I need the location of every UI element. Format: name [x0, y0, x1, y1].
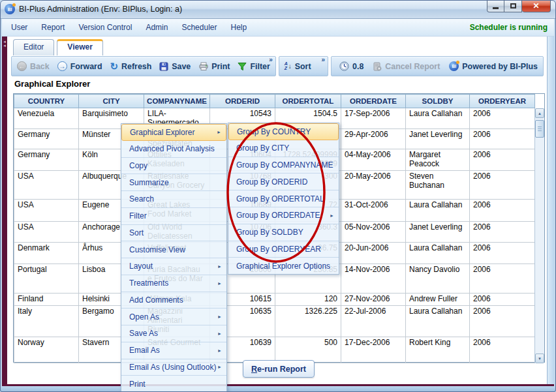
menu-item-group-by-soldby[interactable]: Group By SOLDBY [228, 224, 339, 241]
menubar-item-help[interactable]: Help [230, 23, 247, 32]
rerun-report-button[interactable]: Re-run Report [243, 360, 315, 378]
minimize-button[interactable] [487, 0, 504, 12]
menu-item-email-as[interactable]: Email As► [121, 342, 226, 359]
filter-button[interactable]: Filter [238, 62, 270, 71]
menu-item-label: Treatments [129, 279, 168, 288]
panel-splitter[interactable]: ◂◂ [2, 37, 7, 386]
sort-button[interactable]: AZ↓Sort [285, 62, 311, 71]
menu-item-group-by-country[interactable]: Group By COUNTRY [228, 123, 339, 140]
menu-item-open-as[interactable]: Open As► [121, 309, 226, 325]
menu-item-sort[interactable]: Sort [121, 225, 226, 242]
column-header-orderid[interactable]: ORDERID [210, 95, 275, 108]
menu-item-email-as-using-outlook[interactable]: Email As (Using Outlook)► [121, 359, 226, 376]
menu-item-layout[interactable]: Layout► [121, 258, 226, 275]
powered-by-bi-plus-button[interactable]: BIPowered by BI-Plus [449, 61, 538, 71]
column-header-companyname[interactable]: COMPANYNAME [144, 95, 210, 108]
menubar-item-scheduler[interactable]: Scheduler [181, 23, 217, 32]
maximize-icon [510, 3, 516, 8]
forward-button[interactable]: →Forward [57, 61, 102, 71]
menu-item-add-comments[interactable]: Add Comments [121, 292, 226, 309]
column-header-soldby[interactable]: SOLDBY [406, 95, 470, 108]
cell-orderyear: 2006 [470, 200, 535, 222]
menubar-item-version-control[interactable]: Version Control [78, 23, 132, 32]
table-row: ItalyBergamoMagazzini Alimentari Riuniti… [14, 306, 535, 337]
scroll-down-button[interactable]: ▼ [535, 354, 544, 363]
toolbar-button-label: Back [30, 62, 50, 71]
menu-item-label: Group By ORDERTOTAL [236, 194, 324, 204]
scrollbar-thumb[interactable] [535, 120, 544, 138]
refresh-button[interactable]: ↻Refresh [110, 62, 152, 71]
menubar-item-report[interactable]: Report [41, 23, 65, 32]
scroll-up-button[interactable]: ▲ [535, 108, 544, 118]
menu-item-group-by-companyname[interactable]: Group By COMPANYNAME [228, 157, 339, 174]
menu-item-graphical-explorer-options[interactable]: Graphical Explorer Options [228, 258, 339, 275]
menu-item-group-by-orderdate[interactable]: Group By ORDERDATE► [228, 207, 339, 224]
cell-ordertotal: 1326.225 [275, 306, 341, 337]
close-button[interactable]: ✕ [522, 0, 551, 12]
arrow-up-icon: ▲ [538, 112, 542, 115]
refresh-icon: ↻ [110, 62, 119, 71]
toolbar-button-label: Refresh [121, 62, 151, 71]
menu-item-treatments[interactable]: Treatments► [121, 275, 226, 292]
cancel-report-button[interactable]: Cancel Report [373, 62, 440, 71]
menu-item-label: Group By CITY [236, 143, 289, 153]
cell-country: Italy [14, 306, 79, 337]
menu-item-group-by-city[interactable]: Group By CITY [228, 140, 339, 157]
menubar-item-user[interactable]: User [11, 23, 27, 32]
menu-item-summarize[interactable]: Summarize [121, 174, 226, 191]
menu-item-advanced-pivot-analysis[interactable]: Advanced Pivot Analysis [121, 141, 226, 158]
cell-soldby: Steven Buchanan [406, 171, 470, 200]
toolbar-button-label: Powered by BI-Plus [462, 62, 538, 71]
column-header-ordertotal[interactable]: ORDERTOTAL [275, 95, 341, 108]
submenu-arrow-icon: ► [217, 264, 222, 269]
menu-item-label: Group By SOLDBY [236, 228, 303, 237]
menu-item-label: Print [129, 380, 146, 389]
cell-country: Norway [14, 337, 79, 363]
menu-item-group-by-orderid[interactable]: Group By ORDERID [228, 173, 339, 190]
menu-item-copy[interactable]: Copy [121, 158, 226, 175]
cell-orderdate: 04-May-2006 [341, 149, 406, 171]
cell-soldby: Nancy Davolio [406, 264, 470, 294]
menubar-item-admin[interactable]: Admin [146, 23, 168, 32]
column-header-orderdate[interactable]: ORDERDATE [341, 95, 406, 108]
column-header-city[interactable]: CITY [79, 95, 144, 108]
tab-editor[interactable]: Editor [13, 39, 54, 55]
cell-soldby: Janet Leverling [406, 129, 470, 149]
menu-item-label: Group By COUNTRY [237, 127, 311, 136]
menu-item-print[interactable]: Print [121, 376, 226, 392]
tab-viewer[interactable]: Viewer [57, 39, 102, 55]
menu-item-label: Graphical Explorer Options [236, 262, 330, 271]
arrow-down-icon: ▼ [538, 357, 542, 361]
menu-item-search[interactable]: Search [121, 191, 226, 208]
cell-orderdate: 31-Oct-2006 [341, 200, 406, 222]
menu-item-label: Search [129, 194, 154, 204]
vertical-scrollbar[interactable]: ▲ ▼ [534, 108, 544, 363]
clock-icon [339, 61, 349, 71]
0-8-button[interactable]: 0.8 [339, 61, 363, 71]
maximize-button[interactable] [504, 0, 522, 12]
cell-soldby: Laura Callahan [406, 200, 470, 222]
overflow-chevron-icon[interactable]: » [322, 56, 326, 63]
column-header-orderyear[interactable]: ORDERYEAR [470, 95, 535, 108]
toolbar-button-label: 0.8 [352, 62, 363, 71]
menu-item-save-as[interactable]: Save As► [121, 325, 226, 342]
print-button[interactable]: Print [198, 62, 230, 71]
menu-item-group-by-ordertotal[interactable]: Group By ORDERTOTAL [228, 190, 339, 207]
overflow-chevron-icon[interactable]: » [269, 56, 273, 63]
column-header-country[interactable]: COUNTRY [14, 95, 79, 108]
tab-bar: EditorViewer [13, 39, 103, 55]
toolbar-button-label: Cancel Report [385, 62, 440, 71]
toolbar-button-label: Save [172, 62, 191, 71]
title-bar: BI BI-Plus Administration (Env: BIPlus, … [0, 0, 556, 19]
toolbar-group-1: AZ↓Sort» [279, 56, 328, 76]
submenu-arrow-icon: ► [330, 213, 334, 218]
save-button[interactable]: Save [159, 62, 191, 71]
menu-item-customise-view[interactable]: Customise View [121, 241, 226, 258]
menu-item-group-by-orderyear[interactable]: Group By ORDERYEAR [228, 241, 339, 258]
back-button[interactable]: ←Back [17, 61, 50, 71]
cell-orderyear: 2006 [470, 149, 535, 171]
menu-item-label: Filter [129, 211, 147, 220]
menu-item-graphical-explorer[interactable]: Graphical Explorer► [121, 124, 226, 141]
cell-orderdate: 29-Apr-2006 [341, 129, 406, 149]
menu-item-filter[interactable]: Filter [121, 208, 226, 225]
